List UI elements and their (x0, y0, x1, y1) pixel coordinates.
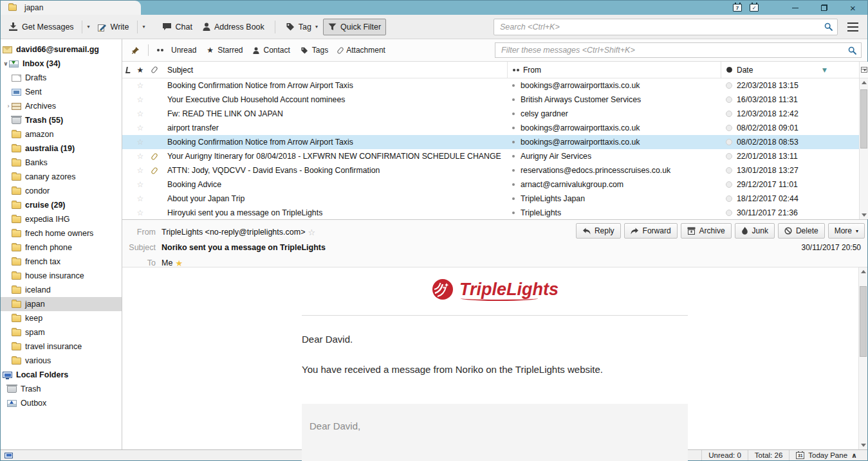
folder-icon (12, 258, 21, 266)
folder-row[interactable]: travel insurance (1, 339, 122, 354)
folder-row[interactable]: amazon (1, 127, 122, 141)
twisty-icon[interactable]: ∨ (3, 60, 9, 67)
star-toggle[interactable]: ☆ (134, 180, 147, 189)
folder-row[interactable]: cruise (29) (1, 198, 122, 212)
message-row[interactable]: ☆ Booking Confirmation Notice from Arrow… (122, 135, 859, 149)
forward-button[interactable]: Forward (624, 223, 678, 239)
attachment-column-header[interactable] (147, 66, 162, 73)
quick-filter-toggle[interactable]: Quick Filter (323, 19, 386, 35)
folder-row[interactable]: japan (1, 297, 122, 311)
message-row[interactable]: ☆ Fw: READ THE LINK ON JAPAN celsy gardn… (122, 107, 859, 121)
star-toggle[interactable]: ☆ (134, 109, 147, 118)
folder-row[interactable]: Trash (1, 382, 122, 396)
scroll-up-button[interactable] (860, 78, 868, 87)
search-input[interactable] (499, 22, 824, 32)
folder-row[interactable]: spam (1, 325, 122, 339)
star-toggle[interactable]: ☆ (134, 95, 147, 104)
folder-icon (12, 89, 21, 96)
sticky-filter-pin-button[interactable] (126, 43, 145, 58)
app-menu-button[interactable] (843, 19, 862, 35)
tasks-tab-button[interactable]: ✓ (746, 1, 762, 15)
archive-button[interactable]: Archive (681, 223, 732, 239)
star-message-toggle[interactable]: ☆ (308, 228, 315, 237)
body-scroll-up-button[interactable] (859, 267, 867, 276)
search-icon[interactable] (824, 23, 833, 31)
write-button[interactable]: Write (93, 19, 134, 35)
contact-star-icon[interactable]: ★ (175, 258, 183, 268)
scrollbar-thumb[interactable] (860, 286, 867, 357)
message-row[interactable]: ☆ Your Executive Club Household Account … (122, 93, 859, 107)
junk-button[interactable]: Junk (735, 223, 775, 239)
chat-button[interactable]: Chat (157, 19, 198, 35)
close-button[interactable]: × (838, 1, 867, 15)
get-messages-dropdown[interactable]: ▾ (85, 21, 93, 33)
get-messages-button[interactable]: Get Messages (3, 19, 79, 35)
message-row[interactable]: ☆ About your Japan Trip TripleLights Jap… (122, 192, 859, 206)
scroll-down-button[interactable] (860, 211, 868, 219)
sort-descending-icon: ▼ (822, 67, 827, 73)
twisty-icon[interactable]: › (5, 103, 12, 109)
message-row[interactable]: ☆ airport transfer bookings@arrowairport… (122, 121, 859, 135)
thread-column-header[interactable] (122, 67, 134, 73)
message-list-scrollbar[interactable] (860, 87, 868, 211)
folder-row[interactable]: ∨ Inbox (34) (1, 57, 122, 71)
folder-row[interactable]: canary azores (1, 170, 122, 184)
folder-row[interactable]: french phone (1, 240, 122, 255)
folder-row[interactable]: david66@suremail.gg (1, 42, 122, 57)
tab-japan[interactable]: japan (1, 1, 141, 15)
body-scrollbar[interactable] (859, 276, 867, 441)
date-column-header[interactable]: Date (721, 62, 859, 78)
calendar-tab-button[interactable]: 7 (729, 1, 746, 15)
star-toggle[interactable]: ☆ (134, 166, 147, 175)
filter-starred-button[interactable]: ★ Starred (201, 42, 248, 58)
body-scroll-down-button[interactable] (859, 441, 867, 449)
folder-row[interactable]: condor (1, 184, 122, 198)
folder-row[interactable]: keep (1, 311, 122, 325)
address-book-button[interactable]: Address Book (198, 19, 270, 35)
message-row[interactable]: ☆ Hiroyuki sent you a message on TripleL… (122, 206, 859, 219)
folder-row[interactable]: Drafts (1, 71, 122, 85)
delete-button[interactable]: Delete (778, 223, 825, 239)
tag-button[interactable]: Tag ▾ (281, 19, 323, 35)
minimize-icon (792, 8, 799, 8)
message-row[interactable]: ☆ ATTN: Jody, VQDCVV - David Evans - Boo… (122, 163, 859, 177)
folder-row[interactable]: australia (19) (1, 141, 122, 156)
column-picker-button[interactable] (860, 62, 868, 78)
filter-messages-input[interactable] (500, 45, 848, 55)
star-toggle[interactable]: ☆ (134, 81, 147, 90)
message-row[interactable]: ☆ Booking Advice arnact@carnivalukgroup.… (122, 177, 859, 192)
star-column-header[interactable]: ★ (134, 66, 147, 75)
from-column-header[interactable]: From (507, 62, 721, 78)
folder-row[interactable]: Banks (1, 156, 122, 170)
scrollbar-thumb[interactable] (860, 89, 867, 149)
folder-row[interactable]: iceland (1, 283, 122, 297)
star-toggle[interactable]: ☆ (134, 152, 147, 161)
more-button[interactable]: More ▾ (828, 223, 865, 239)
folder-row[interactable]: Trash (55) (1, 113, 122, 127)
filter-tags-button[interactable]: Tags (295, 42, 333, 58)
minimize-button[interactable] (780, 1, 809, 15)
filter-unread-button[interactable]: Unread (152, 42, 201, 58)
star-toggle[interactable]: ☆ (134, 208, 147, 217)
message-row[interactable]: ☆ Booking Confirmation Notice from Arrow… (122, 78, 859, 93)
today-pane-toggle[interactable]: 31 Today Pane ∧ (789, 450, 863, 460)
filter-contact-button[interactable]: Contact (248, 42, 295, 58)
star-toggle[interactable]: ☆ (134, 138, 147, 147)
write-dropdown[interactable]: ▾ (140, 21, 148, 33)
folder-row[interactable]: house insurance (1, 269, 122, 283)
subject-column-header[interactable]: Subject (162, 66, 507, 75)
star-toggle[interactable]: ☆ (134, 194, 147, 203)
reply-button[interactable]: Reply (576, 223, 621, 239)
message-row[interactable]: ☆ Your Aurigny Itinerary for 08/04/2018 … (122, 149, 859, 163)
folder-row[interactable]: Outbox (1, 396, 122, 410)
folder-row[interactable]: Sent (1, 85, 122, 99)
folder-row[interactable]: french tax (1, 255, 122, 269)
star-toggle[interactable]: ☆ (134, 123, 147, 132)
maximize-button[interactable] (809, 1, 838, 15)
folder-row[interactable]: expedia IHG (1, 212, 122, 226)
folder-row[interactable]: Local Folders (1, 368, 122, 382)
folder-row[interactable]: various (1, 354, 122, 368)
folder-row[interactable]: › Archives (1, 99, 122, 113)
filter-attachment-button[interactable]: Attachment (333, 42, 391, 58)
folder-row[interactable]: frech home owners (1, 226, 122, 240)
